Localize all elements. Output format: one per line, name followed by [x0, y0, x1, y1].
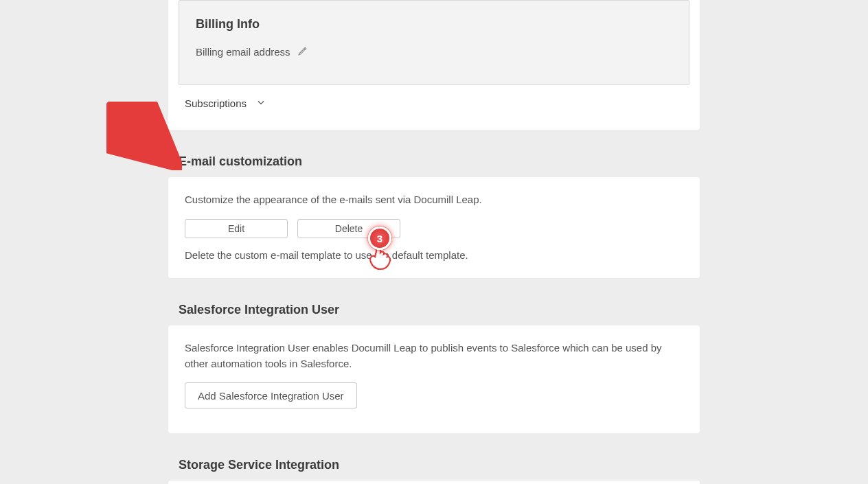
- add-salesforce-user-button[interactable]: Add Salesforce Integration User: [185, 382, 357, 408]
- subscriptions-label: Subscriptions: [185, 97, 247, 109]
- billing-email-row: Billing email address: [196, 45, 672, 58]
- salesforce-description: Salesforce Integration User enables Docu…: [185, 341, 683, 371]
- edit-button[interactable]: Edit: [185, 219, 288, 238]
- salesforce-button-row: Add Salesforce Integration User: [185, 382, 683, 408]
- salesforce-card: Salesforce Integration User enables Docu…: [168, 325, 700, 433]
- billing-info-title: Billing Info: [196, 17, 672, 32]
- delete-button[interactable]: Delete: [297, 219, 400, 238]
- pencil-icon[interactable]: [297, 45, 308, 58]
- email-customization-heading: E-mail customization: [179, 154, 700, 169]
- email-helper-text: Delete the custom e-mail template to use…: [185, 248, 683, 264]
- storage-heading: Storage Service Integration: [179, 458, 700, 472]
- salesforce-heading: Salesforce Integration User: [179, 303, 700, 317]
- main-container: Billing Info Billing email address Subsc…: [168, 0, 700, 484]
- svg-line-0: [113, 110, 167, 157]
- billing-panel: Billing Info Billing email address Subsc…: [168, 0, 700, 130]
- email-customization-card: Customize the appearance of the e-mails …: [168, 177, 700, 278]
- email-customization-description: Customize the appearance of the e-mails …: [185, 192, 683, 208]
- subscriptions-toggle[interactable]: Subscriptions: [168, 97, 700, 123]
- email-button-row: Edit Delete: [185, 219, 683, 238]
- billing-info-card: Billing Info Billing email address: [179, 0, 689, 85]
- billing-email-label: Billing email address: [196, 46, 290, 58]
- chevron-down-icon: [256, 97, 266, 109]
- storage-card: This storage service will be the locatio…: [168, 481, 700, 484]
